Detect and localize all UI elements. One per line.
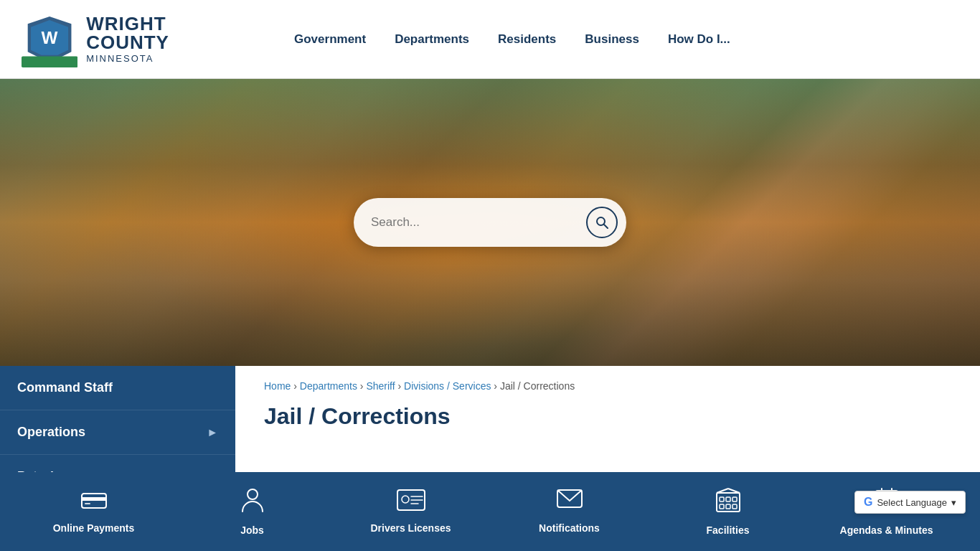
translate-label: Select Language: [877, 497, 947, 508]
svg-rect-19: [726, 497, 730, 501]
svg-rect-9: [85, 503, 90, 504]
footer-drivers-licenses-label: Drivers Licenses: [370, 522, 451, 534]
jobs-icon: [241, 487, 264, 519]
sidebar-arrow-icon: ►: [207, 426, 218, 439]
search-icon: [595, 215, 609, 230]
online-payments-icon: [81, 490, 107, 517]
google-icon: G: [864, 496, 872, 509]
main-nav: Government Departments Residents Busines…: [294, 32, 958, 47]
logo-icon: W: [22, 11, 77, 68]
svg-rect-8: [82, 497, 106, 501]
chevron-down-icon: ▾: [951, 497, 956, 508]
breadcrumb-sep-4: ›: [494, 380, 500, 392]
logo-state-name: Minnesota: [86, 53, 251, 64]
header: W Wright County Minnesota Government Dep…: [0, 0, 980, 79]
footer-agendas-label: Agendas & Minutes: [840, 524, 933, 536]
svg-rect-23: [732, 504, 737, 509]
svg-rect-20: [732, 497, 737, 501]
nav-business[interactable]: Business: [585, 32, 639, 47]
search-input[interactable]: [371, 215, 586, 230]
search-button[interactable]: [586, 207, 618, 238]
sidebar-command-staff-label: Command Staff: [17, 380, 113, 395]
footer-jobs[interactable]: Jobs: [173, 487, 331, 536]
nav-how-do-i[interactable]: How Do I...: [668, 32, 730, 47]
translate-badge[interactable]: G Select Language ▾: [854, 491, 966, 514]
breadcrumb-divisions[interactable]: Divisions / Services: [404, 380, 491, 392]
search-box: [354, 198, 626, 247]
sidebar-operations-label: Operations: [17, 425, 85, 440]
svg-text:W: W: [42, 28, 58, 47]
svg-point-12: [402, 496, 409, 503]
nav-residents[interactable]: Residents: [498, 32, 556, 47]
breadcrumb: Home › Departments › Sheriff › Divisions…: [264, 380, 951, 392]
svg-rect-22: [726, 504, 730, 509]
page-title: Jail / Corrections: [264, 403, 951, 430]
svg-line-6: [604, 225, 608, 228]
breadcrumb-home[interactable]: Home: [264, 380, 291, 392]
nav-government[interactable]: Government: [294, 32, 366, 47]
footer-jobs-label: Jobs: [240, 524, 264, 536]
logo-county-name: Wright County: [86, 14, 251, 52]
sidebar-item-command-staff[interactable]: Command Staff: [0, 366, 235, 410]
footer-notifications-label: Notifications: [539, 522, 600, 534]
breadcrumb-sep-3: ›: [398, 380, 405, 392]
svg-rect-21: [720, 504, 724, 509]
breadcrumb-sheriff[interactable]: Sheriff: [366, 380, 395, 392]
svg-rect-18: [720, 497, 724, 501]
drivers-licenses-icon: [397, 489, 425, 517]
nav-departments[interactable]: Departments: [395, 32, 469, 47]
footer-online-payments-label: Online Payments: [53, 522, 135, 534]
svg-point-10: [248, 489, 258, 499]
breadcrumb-departments[interactable]: Departments: [300, 380, 357, 392]
facilities-icon: [715, 487, 741, 519]
sidebar-item-operations[interactable]: Operations ►: [0, 410, 235, 455]
breadcrumb-current: Jail / Corrections: [500, 380, 575, 392]
logo-area: W Wright County Minnesota: [22, 11, 251, 68]
notifications-icon: [557, 489, 583, 517]
svg-rect-4: [22, 56, 77, 67]
footer-online-payments[interactable]: Online Payments: [14, 490, 173, 534]
logo-text: Wright County Minnesota: [86, 14, 251, 64]
breadcrumb-sep-1: ›: [293, 380, 300, 392]
footer-notifications[interactable]: Notifications: [490, 489, 649, 534]
search-container: [354, 198, 626, 247]
footer-facilities-label: Facilities: [707, 524, 750, 536]
hero-section: [0, 79, 980, 366]
footer: Online Payments Jobs Drivers Licenses: [0, 472, 980, 551]
footer-facilities[interactable]: Facilities: [649, 487, 807, 536]
footer-drivers-licenses[interactable]: Drivers Licenses: [331, 489, 490, 534]
